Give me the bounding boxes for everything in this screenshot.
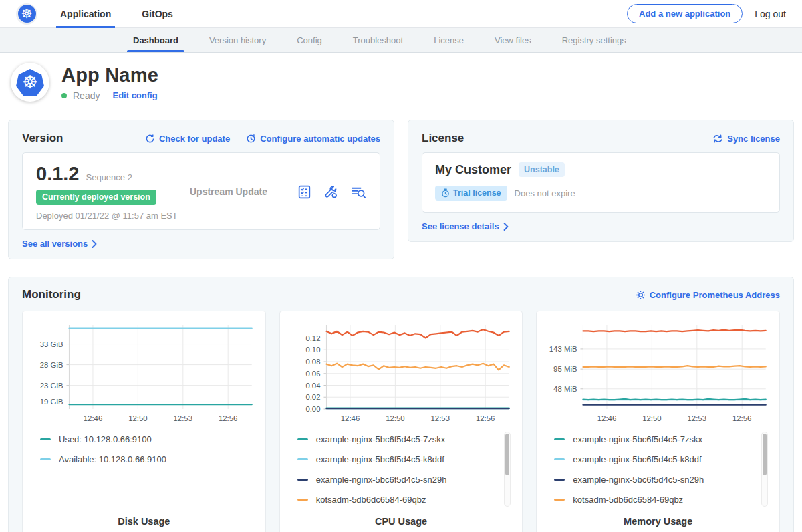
sync-license-link[interactable]: Sync license bbox=[712, 134, 780, 144]
currently-deployed-badge: Currently deployed version bbox=[36, 190, 156, 205]
chevron-right-icon bbox=[503, 223, 509, 231]
tab-config[interactable]: Config bbox=[281, 28, 338, 52]
svg-text:19 GiB: 19 GiB bbox=[40, 398, 63, 406]
legend-color-dash bbox=[40, 458, 51, 460]
svg-text:23 GiB: 23 GiB bbox=[40, 382, 63, 390]
legend-item: Available: 10.128.0.66:9100 bbox=[40, 454, 256, 464]
legend-label: example-nginx-5bc6f5d4c5-7zskx bbox=[316, 434, 446, 444]
scrollbar-thumb[interactable] bbox=[763, 434, 767, 475]
legend-scrollbar[interactable] bbox=[504, 432, 511, 507]
legend-label: example-nginx-5bc6f5d4c5-7zskx bbox=[573, 434, 702, 444]
legend-item: example-nginx-5bc6f5d4c5-7zskx bbox=[554, 434, 770, 444]
license-card: License Sync license My Customer Unstabl… bbox=[408, 120, 794, 242]
legend-label: example-nginx-5bc6f5d4c5-k8ddf bbox=[573, 454, 701, 464]
customer-name: My Customer bbox=[435, 163, 511, 177]
nav-tab-gitops[interactable]: GitOps bbox=[140, 0, 174, 28]
svg-text:0.02: 0.02 bbox=[305, 393, 320, 401]
svg-text:12:50: 12:50 bbox=[128, 414, 147, 422]
tab-view-files[interactable]: View files bbox=[479, 28, 547, 52]
svg-text:0.10: 0.10 bbox=[305, 346, 320, 354]
svg-text:12:56: 12:56 bbox=[476, 414, 495, 422]
svg-text:0.12: 0.12 bbox=[305, 334, 320, 342]
svg-text:12:53: 12:53 bbox=[174, 414, 192, 422]
svg-text:33 GiB: 33 GiB bbox=[40, 340, 63, 348]
legend-color-dash bbox=[554, 499, 565, 501]
chart-title: Memory Usage bbox=[546, 512, 770, 527]
logout-link[interactable]: Log out bbox=[755, 9, 786, 19]
license-card-title: License bbox=[422, 132, 464, 145]
legend-item: example-nginx-5bc6f5d4c5-sn29h bbox=[554, 475, 770, 485]
nav-tab-application[interactable]: Application bbox=[59, 0, 112, 28]
legend-color-dash bbox=[297, 479, 308, 481]
memory-usage-chart: 143 MiB95 MiB48 MiB12:4612:5012:5312:56 bbox=[546, 319, 770, 426]
see-all-versions-link[interactable]: See all versions bbox=[22, 239, 98, 249]
cpu-usage-chart-panel: 0.120.100.080.060.040.020.0012:4612:5012… bbox=[279, 311, 523, 532]
configure-prometheus-link[interactable]: Configure Prometheus Address bbox=[636, 290, 780, 300]
disk-usage-chart-panel: 33 GiB28 GiB23 GiB19 GiB12:4612:5012:531… bbox=[22, 311, 266, 532]
view-logs-icon[interactable] bbox=[350, 184, 366, 200]
legend-label: example-nginx-5bc6f5d4c5-sn29h bbox=[573, 475, 704, 485]
tab-version-history[interactable]: Version history bbox=[194, 28, 281, 52]
app-sub-nav: Dashboard Version history Config Trouble… bbox=[0, 28, 802, 53]
svg-text:0.06: 0.06 bbox=[305, 370, 320, 378]
update-type-label: Upstream Update bbox=[190, 186, 297, 197]
legend-color-dash bbox=[297, 438, 308, 440]
cpu-usage-legend: example-nginx-5bc6f5d4c5-7zskxexample-ng… bbox=[289, 434, 513, 512]
current-version-panel: 0.1.2 Sequence 2 Currently deployed vers… bbox=[22, 152, 380, 230]
legend-item: example-nginx-5bc6f5d4c5-7zskx bbox=[297, 434, 513, 444]
legend-color-dash bbox=[554, 479, 565, 481]
configure-automatic-updates-link[interactable]: Configure automatic updates bbox=[246, 134, 380, 144]
see-license-details-link[interactable]: See license details bbox=[422, 221, 509, 231]
legend-color-dash bbox=[40, 438, 51, 440]
tab-troubleshoot[interactable]: Troubleshoot bbox=[338, 28, 418, 52]
legend-item: example-nginx-5bc6f5d4c5-k8ddf bbox=[297, 454, 513, 464]
chevron-right-icon bbox=[92, 240, 98, 248]
chart-title: Disk Usage bbox=[32, 512, 256, 527]
clock-refresh-icon bbox=[246, 134, 256, 144]
add-application-button[interactable]: Add a new application bbox=[627, 4, 743, 23]
preflight-checks-icon[interactable] bbox=[297, 184, 312, 200]
sync-icon bbox=[712, 134, 723, 144]
tab-registry-settings[interactable]: Registry settings bbox=[547, 28, 642, 52]
gear-icon bbox=[636, 290, 646, 300]
legend-label: Used: 10.128.0.66:9100 bbox=[59, 434, 152, 444]
svg-text:12:56: 12:56 bbox=[219, 414, 237, 422]
monitoring-card: Monitoring Configure Prometheus Address … bbox=[8, 277, 794, 532]
legend-label: example-nginx-5bc6f5d4c5-k8ddf bbox=[316, 454, 444, 464]
svg-text:0.04: 0.04 bbox=[305, 381, 321, 389]
monitoring-title: Monitoring bbox=[22, 288, 81, 301]
legend-label: example-nginx-5bc6f5d4c5-sn29h bbox=[316, 475, 447, 485]
edit-config-wrench-icon[interactable] bbox=[323, 184, 339, 200]
svg-text:12:46: 12:46 bbox=[84, 414, 102, 422]
deployed-timestamp: Deployed 01/21/22 @ 11:57 am EST bbox=[36, 211, 190, 221]
svg-text:0.08: 0.08 bbox=[305, 358, 320, 366]
svg-text:0.00: 0.00 bbox=[305, 405, 320, 413]
disk-usage-chart: 33 GiB28 GiB23 GiB19 GiB12:4612:5012:531… bbox=[32, 319, 256, 426]
legend-color-dash bbox=[297, 499, 308, 501]
top-nav-right: Add a new application Log out bbox=[627, 4, 786, 23]
memory-usage-legend: example-nginx-5bc6f5d4c5-7zskxexample-ng… bbox=[546, 434, 770, 512]
svg-text:12:50: 12:50 bbox=[642, 414, 661, 422]
legend-color-dash bbox=[297, 458, 308, 460]
check-for-update-link[interactable]: Check for update bbox=[145, 134, 230, 144]
legend-item: example-nginx-5bc6f5d4c5-sn29h bbox=[297, 475, 513, 485]
svg-text:12:50: 12:50 bbox=[386, 414, 404, 422]
legend-scrollbar[interactable] bbox=[761, 432, 768, 507]
divider bbox=[106, 91, 106, 100]
scrollbar-thumb[interactable] bbox=[505, 434, 509, 475]
license-details-panel: My Customer Unstable Trial license Does … bbox=[422, 152, 780, 213]
nav-tab-label: Application bbox=[60, 9, 111, 19]
page-title: App Name bbox=[61, 64, 158, 86]
legend-item: kotsadm-5db6dc6584-69qbz bbox=[297, 495, 513, 505]
tab-dashboard[interactable]: Dashboard bbox=[118, 28, 194, 52]
tab-license[interactable]: License bbox=[418, 28, 479, 52]
edit-config-link[interactable]: Edit config bbox=[112, 90, 157, 100]
legend-item: Used: 10.128.0.66:9100 bbox=[40, 434, 256, 444]
app-status: Ready bbox=[73, 90, 100, 101]
version-number: 0.1.2 bbox=[36, 163, 80, 185]
app-logo: ☸ bbox=[11, 63, 49, 102]
disk-usage-legend: Used: 10.128.0.66:9100Available: 10.128.… bbox=[32, 434, 256, 512]
svg-text:12:46: 12:46 bbox=[340, 414, 359, 422]
version-card: Version Check for update Configure autom… bbox=[8, 120, 394, 259]
svg-text:143 MiB: 143 MiB bbox=[549, 345, 577, 353]
